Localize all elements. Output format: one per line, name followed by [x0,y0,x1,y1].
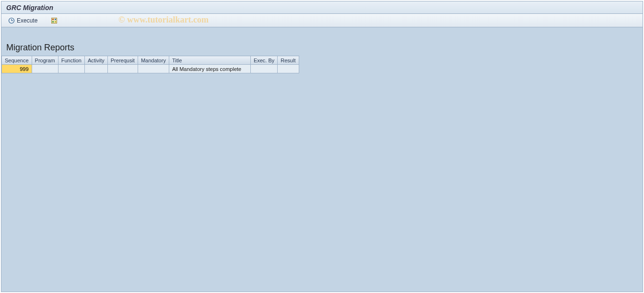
execute-label: Execute [17,17,37,24]
title-bar: GRC Migration [1,1,643,14]
spacer [1,27,643,40]
page-title: GRC Migration [6,4,53,12]
col-activity[interactable]: Activity [84,56,107,65]
svg-rect-6 [52,21,54,23]
cell-result[interactable] [278,65,299,73]
col-function[interactable]: Function [58,56,84,65]
table-row[interactable]: 999 All Mandatory steps complete [2,65,299,73]
col-result[interactable]: Result [278,56,299,65]
layout-button[interactable] [49,16,59,25]
col-execby[interactable]: Exec. By [250,56,277,65]
cell-execby[interactable] [250,65,277,73]
cell-function[interactable] [58,65,84,73]
cell-mandatory[interactable] [138,65,169,73]
app-window: GRC Migration Execute [1,1,643,292]
col-program[interactable]: Program [32,56,58,65]
svg-rect-7 [55,21,56,23]
toolbar: Execute © www.tutorialkart.com [1,14,643,27]
col-title[interactable]: Title [169,56,250,65]
col-sequence[interactable]: Sequence [2,56,32,65]
grid-header-row: Sequence Program Function Activity Prere… [2,56,299,65]
layout-icon [51,17,58,24]
cell-prerequisit[interactable] [107,65,138,73]
svg-rect-4 [52,19,54,20]
execute-icon [8,17,15,24]
migration-grid[interactable]: Sequence Program Function Activity Prere… [1,56,299,73]
execute-button[interactable]: Execute [6,16,39,25]
cell-activity[interactable] [84,65,107,73]
grid-container: Sequence Program Function Activity Prere… [1,56,643,73]
cell-program[interactable] [32,65,58,73]
cell-title[interactable]: All Mandatory steps complete [169,65,250,73]
section-title: Migration Reports [1,40,643,56]
col-prerequisit[interactable]: Prerequsit [107,56,138,65]
cell-sequence[interactable]: 999 [2,65,32,73]
watermark: © www.tutorialkart.com [118,15,209,25]
svg-rect-5 [55,19,56,20]
body-area: Migration Reports Sequence Program Funct… [1,27,643,292]
col-mandatory[interactable]: Mandatory [138,56,169,65]
